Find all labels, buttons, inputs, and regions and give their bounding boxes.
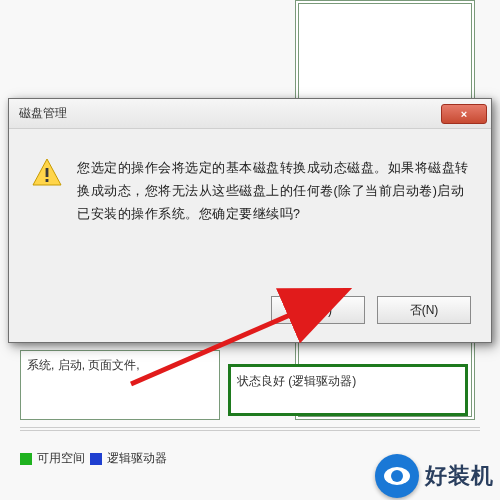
volume-system-text: 系统, 启动, 页面文件, <box>27 358 140 372</box>
close-icon: × <box>461 108 467 120</box>
legend-row: 可用空间 逻辑驱动器 <box>20 450 167 467</box>
volume-box-logical: 状态良好 (逻辑驱动器) <box>228 364 468 416</box>
yes-button[interactable]: 是(Y) <box>271 296 365 324</box>
no-button[interactable]: 否(N) <box>377 296 471 324</box>
watermark-text: 好装机 <box>425 461 494 491</box>
legend-label-available: 可用空间 <box>37 450 85 467</box>
confirm-dialog: 磁盘管理 × 您选定的操作会将选定的基本磁盘转换成动态磁盘。如果将磁盘转换成动态… <box>8 98 492 343</box>
svg-rect-1 <box>46 168 49 177</box>
dialog-message: 您选定的操作会将选定的基本磁盘转换成动态磁盘。如果将磁盘转换成动态，您将无法从这… <box>77 157 469 226</box>
volume-logical-text: 状态良好 (逻辑驱动器) <box>237 374 356 388</box>
legend-label-logical: 逻辑驱动器 <box>107 450 167 467</box>
yes-button-label: 是(Y) <box>304 302 332 319</box>
pane-divider <box>20 427 480 431</box>
dialog-button-row: 是(Y) 否(N) <box>271 296 471 324</box>
svg-rect-2 <box>46 179 49 182</box>
dialog-body: 您选定的操作会将选定的基本磁盘转换成动态磁盘。如果将磁盘转换成动态，您将无法从这… <box>9 129 491 236</box>
close-button[interactable]: × <box>441 104 487 124</box>
dialog-titlebar: 磁盘管理 × <box>9 99 491 129</box>
volume-box-system: 系统, 启动, 页面文件, <box>20 350 220 420</box>
dialog-title: 磁盘管理 <box>19 105 67 122</box>
no-button-label: 否(N) <box>410 302 439 319</box>
legend-swatch-logical <box>90 453 102 465</box>
watermark-logo-icon <box>375 454 419 498</box>
warning-icon <box>31 157 63 226</box>
watermark: 好装机 <box>375 454 494 498</box>
legend-swatch-available <box>20 453 32 465</box>
